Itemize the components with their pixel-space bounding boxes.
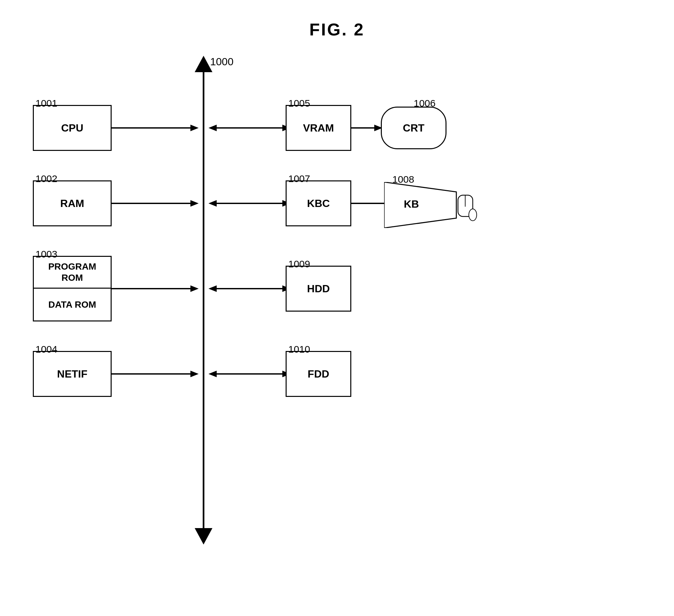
- cpu-box: CPU: [33, 105, 112, 151]
- netif-box: NETIF: [33, 351, 112, 397]
- svg-marker-19: [191, 200, 199, 207]
- svg-marker-33: [191, 371, 199, 377]
- figure-title: FIG. 2: [0, 0, 674, 39]
- bus-label: 1000: [210, 56, 233, 68]
- svg-marker-27: [191, 285, 199, 292]
- rom-ref: 1003: [35, 249, 58, 260]
- crt-ref: 1006: [414, 98, 436, 109]
- crt-label: CRT: [403, 122, 425, 134]
- kbc-ref: 1007: [288, 173, 310, 184]
- kbc-box: KBC: [286, 180, 351, 226]
- diagram: 1000 CPU 1001 RAM 1002 PROGRAMROM DATA R…: [0, 46, 674, 604]
- vram-label: VRAM: [303, 122, 334, 134]
- hdd-box: HDD: [286, 266, 351, 312]
- fdd-ref: 1010: [288, 344, 310, 355]
- rom-box: PROGRAMROM DATA ROM: [33, 256, 112, 321]
- cpu-label: CPU: [61, 122, 83, 134]
- svg-marker-35: [209, 371, 217, 377]
- hdd-label: HDD: [307, 282, 330, 295]
- svg-text:KB: KB: [404, 198, 419, 210]
- fdd-label: FDD: [308, 368, 329, 380]
- program-rom-label: PROGRAMROM: [48, 261, 96, 283]
- fdd-box: FDD: [286, 351, 351, 397]
- netif-label: NETIF: [57, 368, 87, 380]
- svg-marker-29: [209, 285, 217, 292]
- mouse-icon: [456, 193, 479, 223]
- ram-label: RAM: [61, 197, 84, 209]
- svg-marker-37: [384, 182, 456, 228]
- data-rom-label: DATA ROM: [48, 299, 96, 310]
- svg-marker-8: [195, 528, 212, 545]
- svg-marker-21: [209, 200, 217, 207]
- svg-marker-11: [191, 125, 199, 131]
- cpu-ref: 1001: [35, 98, 58, 109]
- netif-ref: 1004: [35, 344, 58, 355]
- ram-box: RAM: [33, 180, 112, 226]
- svg-point-41: [469, 209, 477, 221]
- vram-ref: 1005: [288, 98, 310, 109]
- vram-box: VRAM: [286, 105, 351, 151]
- svg-marker-7: [195, 56, 212, 72]
- kbc-label: KBC: [307, 197, 330, 209]
- svg-marker-13: [209, 125, 217, 131]
- ram-ref: 1002: [35, 173, 58, 184]
- hdd-ref: 1009: [288, 259, 310, 270]
- crt-box: CRT: [381, 107, 446, 149]
